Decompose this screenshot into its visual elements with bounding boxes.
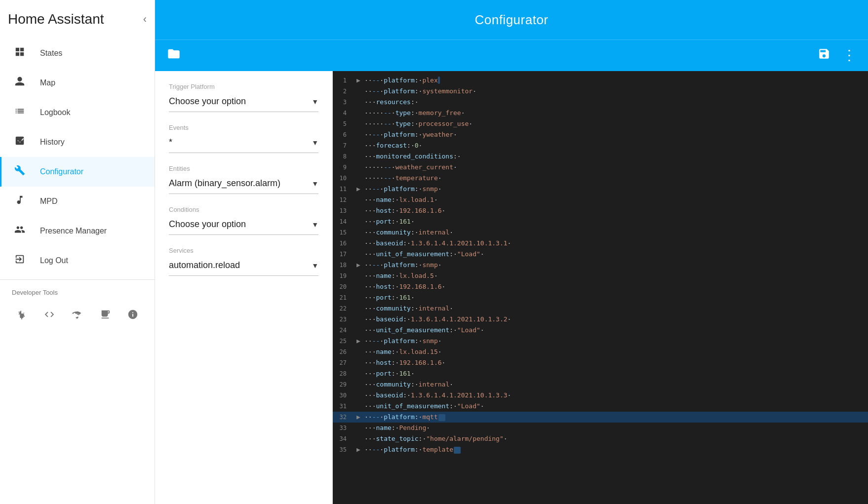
code-line-12: 12 ···name:·lx.load.1· (333, 194, 868, 205)
app-title: Home Assistant (8, 11, 104, 27)
sidebar-item-history[interactable]: History (0, 127, 155, 157)
trigger-platform-label: Trigger Platform (169, 83, 318, 90)
events-group: Events * ▼ (169, 124, 318, 153)
main-content: Configurator ⋮ Trigger Platform (155, 0, 868, 504)
back-icon[interactable]: ‹ (143, 13, 147, 26)
code-line-14: 14 ···port:·161· (333, 216, 868, 227)
trigger-platform-arrow: ▼ (312, 98, 318, 106)
code-line-10: 10 ·····--·temperature· (333, 173, 868, 184)
code-line-35: 35 ▶ ··--·platform:·template (333, 444, 868, 455)
toolbar: ⋮ (155, 39, 868, 71)
grid-icon (13, 46, 26, 60)
wrench-icon (13, 165, 26, 179)
sidebar-item-mpd[interactable]: MPD (0, 187, 155, 216)
trigger-platform-select[interactable]: Choose your option ▼ (169, 94, 318, 109)
code-line-7: 7 ···forecast:·0· (333, 140, 868, 151)
conditions-select[interactable]: Choose your option ▼ (169, 217, 318, 232)
sidebar-item-logout[interactable]: Log Out (0, 246, 155, 275)
sidebar-divider (0, 279, 155, 280)
code-line-30: 30 ···baseoid:·1.3.6.1.4.1.2021.10.1.3.3… (333, 390, 868, 401)
code-line-6: 6 ··--·platform:·yweather· (333, 129, 868, 140)
dev-tools-label: Developer Tools (0, 284, 155, 301)
code-line-15: 15 ···community:·internal· (333, 227, 868, 238)
code-line-33: 33 ···name:·Pending· (333, 423, 868, 433)
topbar: Configurator (155, 0, 868, 39)
code-line-24: 24 ···unit_of_measurement:·"Load"· (333, 325, 868, 336)
code-panel-inner: 1 ▶ ··--·platform:·plex 2 ··--·platform:… (333, 71, 868, 504)
more-options-button[interactable]: ⋮ (838, 44, 860, 67)
sidebar-item-map[interactable]: Map (0, 68, 155, 98)
sidebar-item-presence-manager[interactable]: Presence Manager (0, 216, 155, 246)
entities-value: Alarm (binary_sensor.alarm) (169, 178, 280, 189)
music-icon (13, 194, 26, 208)
sidebar: Home Assistant ‹ States Map Logbook (0, 0, 155, 504)
code-line-18: 18 ▶ ··--·platform:·snmp· (333, 260, 868, 271)
entities-group: Entities Alarm (binary_sensor.alarm) ▼ (169, 165, 318, 194)
events-label: Events (169, 124, 318, 131)
sidebar-header: Home Assistant ‹ (0, 0, 155, 39)
history-label: History (40, 138, 65, 147)
conditions-group: Conditions Choose your option ▼ (169, 206, 318, 235)
code-line-5: 5 ·····--·type:·processor_use· (333, 118, 868, 129)
info-icon[interactable] (123, 305, 142, 327)
code-line-34: 34 ···state_topic:·"home/alarm/pending"· (333, 433, 868, 444)
sidebar-item-states[interactable]: States (0, 39, 155, 68)
code-line-21: 21 ···port:·161· (333, 292, 868, 303)
logbook-label: Logbook (40, 108, 70, 117)
conditions-label: Conditions (169, 206, 318, 213)
page-title: Configurator (474, 12, 548, 28)
code-line-19: 19 ···name:·lx.load.5· (333, 271, 868, 281)
toolbar-left (163, 43, 185, 68)
presence-icon (13, 224, 26, 238)
code-line-11: 11 ▶ ··--·platform:·snmp· (333, 184, 868, 194)
trigger-platform-select-wrapper: Choose your option ▼ (169, 94, 318, 112)
code-line-29: 29 ···community:·internal· (333, 379, 868, 390)
template-icon[interactable] (40, 305, 59, 327)
save-button[interactable] (814, 43, 834, 68)
usb-icon[interactable] (12, 305, 31, 327)
entities-select[interactable]: Alarm (binary_sensor.alarm) ▼ (169, 176, 318, 191)
list-icon (13, 106, 26, 119)
code-line-20: 20 ···host:·192.168.1.6· (333, 281, 868, 292)
conditions-arrow: ▼ (312, 221, 318, 229)
trigger-platform-value: Choose your option (169, 96, 246, 107)
logout-icon (13, 254, 26, 268)
chart-icon (13, 135, 26, 149)
services-group: Services automation.reload ▼ (169, 247, 318, 276)
trigger-platform-group: Trigger Platform Choose your option ▼ (169, 83, 318, 112)
source-icon[interactable] (96, 305, 115, 327)
code-line-26: 26 ···name:·lx.load.15· (333, 347, 868, 357)
code-line-2: 2 ··--·platform:·systemmonitor· (333, 86, 868, 97)
code-line-3: 3 ···resources:· (333, 97, 868, 108)
code-line-23: 23 ···baseoid:·1.3.6.1.4.1.2021.10.1.3.2… (333, 314, 868, 325)
entities-arrow: ▼ (312, 180, 318, 188)
sidebar-item-logbook[interactable]: Logbook (0, 98, 155, 127)
conditions-value: Choose your option (169, 219, 246, 230)
code-line-13: 13 ···host:·192.168.1.6· (333, 205, 868, 216)
code-line-31: 31 ···unit_of_measurement:·"Load"· (333, 401, 868, 412)
logout-label: Log Out (40, 256, 68, 265)
code-line-32: 32 ▶ ··--·platform:·mqtt (333, 412, 868, 423)
code-line-17: 17 ···unit_of_measurement:·"Load"· (333, 249, 868, 260)
services-arrow: ▼ (312, 262, 318, 270)
conditions-select-wrapper: Choose your option ▼ (169, 217, 318, 235)
services-select[interactable]: automation.reload ▼ (169, 258, 318, 272)
entities-label: Entities (169, 165, 318, 172)
services-value: automation.reload (169, 260, 240, 271)
services-label: Services (169, 247, 318, 254)
entities-select-wrapper: Alarm (binary_sensor.alarm) ▼ (169, 176, 318, 194)
code-line-28: 28 ···port:·161· (333, 368, 868, 379)
open-folder-button[interactable] (163, 43, 185, 68)
content-area: Trigger Platform Choose your option ▼ Ev… (155, 71, 868, 504)
broadcast-icon[interactable] (68, 305, 86, 327)
sidebar-item-configurator[interactable]: Configurator (0, 157, 155, 187)
code-line-25: 25 ▶ ··--·platform:·snmp· (333, 336, 868, 347)
code-editor[interactable]: 1 ▶ ··--·platform:·plex 2 ··--·platform:… (333, 71, 868, 504)
configurator-label: Configurator (40, 167, 83, 176)
person-icon (13, 76, 26, 90)
sidebar-nav: States Map Logbook History (0, 39, 155, 504)
code-line-16: 16 ···baseoid:·1.3.6.1.4.1.2021.10.1.3.1… (333, 238, 868, 249)
events-select[interactable]: * ▼ (169, 135, 318, 150)
presence-manager-label: Presence Manager (40, 227, 107, 235)
events-value: * (169, 137, 172, 148)
